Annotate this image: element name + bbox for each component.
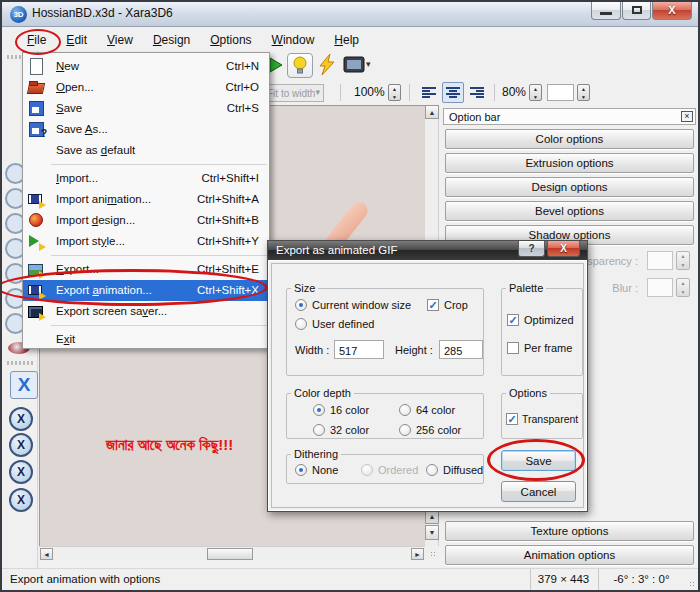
dither-diffused-radio[interactable] <box>426 464 438 476</box>
scroll-left-icon[interactable]: ◄ <box>40 548 53 560</box>
file-menu-item-save-as-default[interactable]: Save as default <box>23 140 269 161</box>
file-menu-item-import[interactable]: Import...Ctrl+Shift+I <box>23 168 269 189</box>
align-center-button[interactable] <box>442 82 464 103</box>
rotate-tool-4[interactable]: X <box>9 488 33 512</box>
new-document-icon <box>28 58 44 74</box>
menubar-item-view[interactable]: View <box>97 31 143 49</box>
32-color-label: 32 color <box>330 424 369 436</box>
status-angles: -6° : 3° : 0° <box>598 569 684 591</box>
status-bar: Export animation with options 379 × 443 … <box>2 568 698 590</box>
file-menu-item-exit[interactable]: Exit <box>23 329 269 350</box>
file-menu-item-export-animation[interactable]: Export animation...Ctrl+Shift+X <box>23 280 269 301</box>
file-menu-item-import-design[interactable]: Import design...Ctrl+Shift+B <box>23 210 269 231</box>
per-frame-checkbox[interactable] <box>507 342 519 354</box>
minimize-icon <box>600 12 612 15</box>
menubar-item-edit[interactable]: Edit <box>56 31 97 49</box>
rotate-tool-2[interactable]: X <box>9 433 33 457</box>
horizontal-scrollbar[interactable]: ◄ ► <box>39 546 425 560</box>
optimized-checkbox[interactable]: ✓ <box>507 314 519 326</box>
dialog-help-button[interactable]: ? <box>518 241 545 257</box>
file-menu-item-export-screen-saver[interactable]: Export screen saver... <box>23 301 269 322</box>
crop-checkbox[interactable]: ✓ <box>427 299 439 311</box>
fit-to-width-dropdown[interactable]: Fit to width ▾ <box>262 84 324 102</box>
app-logo-icon: 3D <box>10 6 27 23</box>
dither-none-radio[interactable] <box>295 464 307 476</box>
export-gif-dialog: Export as animated GIF ? X Size Current … <box>267 240 588 512</box>
file-menu-item-new[interactable]: NewCtrl+N <box>23 56 269 77</box>
16-color-radio[interactable] <box>313 404 325 416</box>
rotate-tool-1[interactable]: X <box>9 407 33 431</box>
file-menu-item-export[interactable]: Export...Ctrl+Shift+E <box>23 259 269 280</box>
menubar-item-file[interactable]: File <box>17 31 56 49</box>
current-window-size-label: Current window size <box>312 299 411 311</box>
menu-item-shortcut: Ctrl+S <box>227 102 259 114</box>
menubar-item-options[interactable]: Options <box>200 31 261 49</box>
user-defined-radio[interactable] <box>295 318 307 330</box>
cancel-button[interactable]: Cancel <box>501 481 576 502</box>
save-button[interactable]: Save <box>501 450 576 471</box>
optimized-label: Optimized <box>524 314 574 326</box>
align-left-button[interactable] <box>418 82 440 103</box>
rotate-tool-3[interactable]: X <box>9 460 33 484</box>
file-menu-item-open[interactable]: Open...Ctrl+O <box>23 77 269 98</box>
file-menu-item-save-as[interactable]: ?Save As... <box>23 119 269 140</box>
extrude-depth-spinner[interactable]: ▲▼ <box>529 84 542 101</box>
maximize-button[interactable] <box>622 2 651 20</box>
option-button-texture-options[interactable]: Texture options <box>445 521 694 541</box>
blank-value-spinner[interactable]: ▲▼ <box>577 84 590 101</box>
panel-close-icon[interactable]: × <box>681 111 693 122</box>
option-button-bevel-options[interactable]: Bevel options <box>445 201 694 221</box>
menu-item-label: Import style... <box>56 235 125 247</box>
option-button-design-options[interactable]: Design options <box>445 177 694 197</box>
toolbar-grip <box>7 361 33 365</box>
maximize-icon <box>632 6 642 14</box>
menubar-item-help[interactable]: Help <box>324 31 369 49</box>
lightbulb-button[interactable] <box>287 53 313 78</box>
menu-separator <box>51 255 267 256</box>
fit-dropdown-value: Fit to width <box>267 88 315 99</box>
lightning-icon[interactable] <box>316 53 338 77</box>
scrollbar-thumb[interactable] <box>207 548 253 560</box>
width-label: Width : <box>295 344 329 356</box>
option-bar-header: Option bar × <box>443 108 696 125</box>
import-style-icon <box>28 233 44 249</box>
align-right-button[interactable] <box>466 82 488 103</box>
height-input[interactable] <box>439 340 483 359</box>
current-window-size-radio[interactable] <box>295 299 307 311</box>
zoom-value: 100% <box>354 85 385 99</box>
scroll-right-icon[interactable]: ► <box>411 548 424 560</box>
menu-item-label: Import design... <box>56 214 135 226</box>
blur-spinner[interactable]: ▲▼ <box>676 278 690 297</box>
close-button[interactable]: X <box>652 2 692 20</box>
text-tool-button[interactable]: X <box>10 371 38 399</box>
blur-field[interactable] <box>647 278 673 297</box>
scroll-up-icon[interactable]: ▲ <box>425 105 439 119</box>
width-input[interactable] <box>334 340 384 359</box>
menubar-item-window[interactable]: Window <box>262 31 325 49</box>
option-button-animation-options[interactable]: Animation options <box>445 545 694 565</box>
file-menu-item-save[interactable]: SaveCtrl+S <box>23 98 269 119</box>
transparency-spinner[interactable]: ▲▼ <box>676 251 690 270</box>
dialog-close-button[interactable]: X <box>547 241 580 257</box>
32-color-radio[interactable] <box>313 424 325 436</box>
dither-ordered-label: Ordered <box>378 464 418 476</box>
blank-value-field[interactable] <box>547 84 574 101</box>
transparency-field[interactable] <box>647 251 673 270</box>
save-floppy-icon <box>28 100 44 116</box>
file-menu-item-import-animation[interactable]: Import animation...Ctrl+Shift+A <box>23 189 269 210</box>
option-button-extrusion-options[interactable]: Extrusion options <box>445 153 694 173</box>
256-color-radio[interactable] <box>399 424 411 436</box>
menubar-item-design[interactable]: Design <box>143 31 200 49</box>
zoom-spinner[interactable]: ▲▼ <box>388 84 401 101</box>
close-icon: X <box>653 4 691 16</box>
zoom-out-spin-button[interactable]: ▼ <box>425 525 439 540</box>
palette-group-label: Palette <box>506 282 546 294</box>
64-color-radio[interactable] <box>399 404 411 416</box>
size-group: Size Current window size ✓ Crop User def… <box>286 282 484 376</box>
minimize-button[interactable] <box>591 2 621 20</box>
option-button-color-options[interactable]: Color options <box>445 129 694 149</box>
screen-dropdown-caret-icon[interactable]: ▾ <box>366 59 371 69</box>
file-menu-item-import-style[interactable]: Import style...Ctrl+Shift+Y <box>23 231 269 252</box>
transparent-checkbox[interactable]: ✓ <box>506 413 518 425</box>
screen-preview-icon[interactable] <box>342 53 366 77</box>
